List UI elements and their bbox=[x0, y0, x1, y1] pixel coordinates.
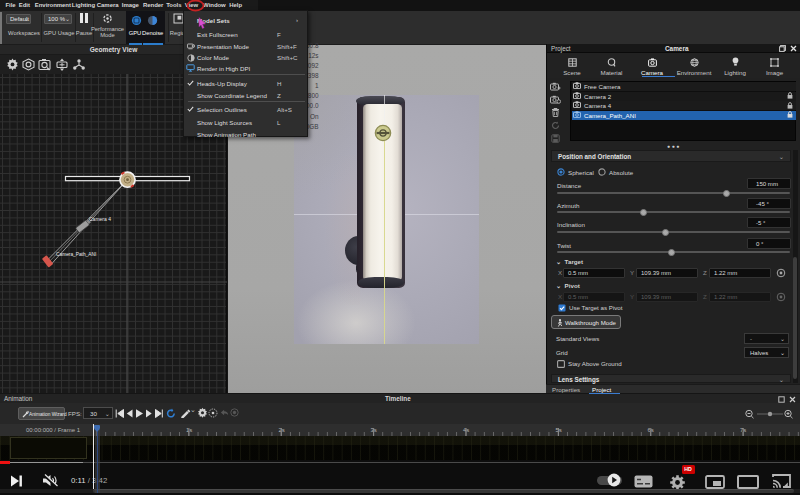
svg-text:Camera_Path_ANI: Camera_Path_ANI bbox=[56, 252, 96, 257]
svg-text:Camera 4: Camera 4 bbox=[89, 216, 111, 222]
